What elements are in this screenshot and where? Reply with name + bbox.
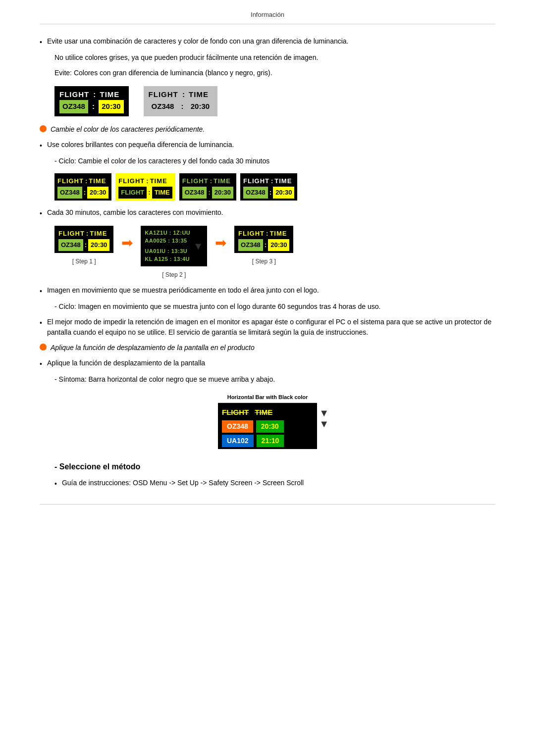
step3-label: [ Step 3 ]: [252, 257, 276, 266]
hbar-title-text: Horizontal Bar with Black color: [218, 392, 317, 403]
c3-flight: FLIGHT: [182, 176, 209, 186]
orange-text-2: Aplique la función de desplazamiento de …: [51, 343, 255, 353]
bullet-item-5: • El mejor modo de impedir la retención …: [40, 317, 495, 338]
c1-oz: OZ348: [57, 187, 82, 199]
c2-flight: FLIGHT: [118, 176, 145, 186]
bullet-item-4: • Imagen en movimiento que se muestra pe…: [40, 285, 495, 297]
hbar-container: Horizontal Bar with Black color FLIGHT T…: [218, 392, 317, 449]
hbar-2110: 21:10: [257, 435, 284, 447]
orange-circle-2: [40, 344, 47, 351]
s1-time: TIME: [90, 229, 107, 239]
colon-cell-gray: :: [177, 100, 187, 113]
time-cell-gray: 20:30: [188, 100, 213, 113]
hbar-2030: 20:30: [256, 420, 284, 433]
s3-c1: :: [266, 229, 268, 239]
cycle-demos: FLIGHT : TIME OZ348 : 20:30 FLIGHT : TIM…: [54, 173, 495, 201]
hbar-time: TIME: [255, 407, 272, 418]
c1-tval: 20:30: [87, 187, 108, 199]
c2-tval: TIME: [152, 187, 172, 199]
flight-label-black: FLIGHT: [59, 89, 89, 101]
orange-text-1: Cambie el color de los caracteres periód…: [51, 124, 205, 135]
s3-time: TIME: [269, 229, 287, 239]
bullet-text-6: Aplique la función de desplazamiento de …: [47, 359, 205, 367]
arrow-right-2: ➡: [215, 233, 226, 253]
bullet-text-2: Use colores brillantes con pequeña difer…: [47, 141, 234, 149]
hbar-oz348: OZ348: [222, 420, 253, 433]
step-demos: FLIGHT : TIME OZ348 : 20:30 [ Step 1 ] ➡: [54, 226, 495, 279]
hbar-ua102: UA102: [222, 435, 254, 447]
bullet-item-3: • Cada 30 minutos, cambie los caracteres…: [40, 207, 495, 219]
bottom-border: [40, 504, 495, 504]
c4-sep: :: [268, 187, 273, 199]
c2-oz: FLIGHT: [118, 187, 147, 199]
bullet-text-4: Imagen en movimiento que se muestra peri…: [47, 286, 319, 294]
sub-text-1: No utilice colores grises, ya que pueden…: [54, 52, 495, 63]
c4-oz: OZ348: [243, 187, 268, 199]
oz348-cell-green: OZ348: [59, 100, 88, 113]
c1-time: TIME: [89, 176, 106, 186]
sub-text-2: Evite: Colores con gran diferencia de lu…: [54, 68, 495, 78]
bullet-text-1: Evite usar una combinación de caracteres…: [47, 37, 349, 45]
bullet-dot-5: •: [40, 318, 42, 328]
flight-row-label-gray: FLIGHT : TIME: [149, 89, 213, 101]
s2-line1: KA1Z1U : 1Z:UU: [145, 229, 190, 237]
hbar-demo: ▼ ▼ Horizontal Bar with Black color FLIG…: [40, 392, 495, 449]
time-label-black: TIME: [100, 89, 120, 101]
cycle-box-1: FLIGHT : TIME OZ348 : 20:30: [54, 173, 111, 201]
colon-cell-black: :: [88, 100, 99, 113]
s3-oz: OZ348: [238, 239, 263, 251]
s2-arrow-down: ▼: [193, 239, 203, 253]
bullet-content-4: Imagen en movimiento que se muestra peri…: [47, 285, 495, 296]
s3-flight: FLIGHT: [238, 229, 265, 239]
flight-row-label-black: FLIGHT : TIME: [59, 89, 124, 101]
flight-label-gray: FLIGHT: [149, 89, 178, 101]
step-item-2: KA1Z1U : 1Z:UU AA0025 : 13:35 UA01IU : 1…: [141, 226, 207, 279]
hbar-ua-row: UA102 21:10: [218, 434, 317, 449]
cycle-box-2: FLIGHT : TIME FLIGHT : TIME: [115, 173, 175, 201]
orange-bullet-2: Aplique la función de desplazamiento de …: [40, 343, 495, 353]
bullet-content-5: El mejor modo de impedir la retención de…: [47, 317, 495, 338]
s2-line4: KL A125 : 13:4U: [145, 255, 190, 263]
guide-bullet: • Guía de instrucciones: OSD Menu -> Set…: [54, 478, 495, 489]
bullet-content-3: Cada 30 minutos, cambie los caracteres c…: [47, 207, 495, 218]
time-cell-yellow: 20:30: [99, 100, 123, 113]
time-label-gray: TIME: [189, 89, 209, 101]
seleccione-title: - Seleccione el método: [54, 461, 495, 473]
s1-sep: :: [83, 239, 88, 251]
c3-tval: 20:30: [212, 187, 233, 199]
hbar-flight: FLIGHT: [222, 407, 249, 418]
hbar-header-row: FLIGHT TIME: [218, 406, 317, 419]
s3-sep: :: [263, 239, 268, 251]
bullet-item-6: • Aplique la función de desplazamiento d…: [40, 358, 495, 369]
c2-colon1: :: [146, 176, 148, 186]
guide-dot: •: [54, 479, 57, 489]
hbar-oz-row: OZ348 20:30: [218, 419, 317, 434]
guide-content: Guía de instrucciones: OSD Menu -> Set U…: [62, 478, 495, 488]
c3-colon1: :: [210, 176, 212, 186]
guide-text: Guía de instrucciones: OSD Menu -> Set U…: [62, 479, 304, 487]
oz348-cell-gray: OZ348: [149, 100, 177, 113]
step3-box: FLIGHT : TIME OZ348 : 20:30: [234, 226, 293, 253]
c3-oz: OZ348: [182, 187, 207, 199]
s1-c1: :: [86, 229, 88, 239]
s1-flight: FLIGHT: [58, 229, 85, 239]
bullet-dot-1: •: [40, 37, 42, 48]
s2-line3: UA01IU : 13:3U: [145, 247, 190, 255]
bullet-text-5: El mejor modo de impedir la retención de…: [47, 318, 491, 336]
bullet-dot-4: •: [40, 286, 42, 297]
c1-flight: FLIGHT: [57, 176, 84, 186]
step1-box: FLIGHT : TIME OZ348 : 20:30: [54, 226, 113, 253]
step-item-3: FLIGHT : TIME OZ348 : 20:30 [ Step 3 ]: [234, 226, 293, 266]
step2-box: KA1Z1U : 1Z:UU AA0025 : 13:35 UA01IU : 1…: [141, 226, 207, 266]
flight-box-black: FLIGHT : TIME OZ348 : 20:30: [54, 86, 129, 116]
bullet-content-1: Evite usar una combinación de caracteres…: [47, 36, 495, 47]
bullet-dot-3: •: [40, 208, 42, 219]
c2-sep: :: [147, 187, 152, 199]
orange-circle-1: [40, 125, 47, 132]
c2-time: TIME: [150, 176, 167, 186]
sub-text-3: - Ciclo: Cambie el color de los caracter…: [54, 156, 495, 166]
orange-bullet-1: Cambie el color de los caracteres periód…: [40, 124, 495, 135]
step2-label: [ Step 2 ]: [162, 270, 186, 279]
c4-time: TIME: [274, 176, 292, 186]
flight-data-row-gray: OZ348 : 20:30: [149, 100, 213, 113]
